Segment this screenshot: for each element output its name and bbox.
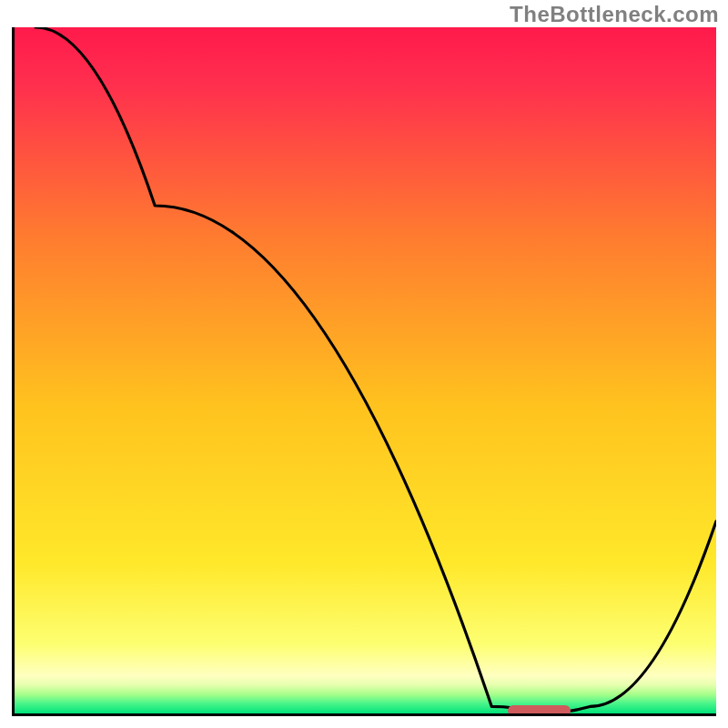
gradient-background xyxy=(15,27,716,713)
plot-frame xyxy=(12,27,716,716)
plot-svg xyxy=(15,27,716,713)
optimal-range-marker xyxy=(508,705,571,716)
chart-stage: TheBottleneck.com xyxy=(0,0,728,728)
watermark-text: TheBottleneck.com xyxy=(510,2,719,27)
